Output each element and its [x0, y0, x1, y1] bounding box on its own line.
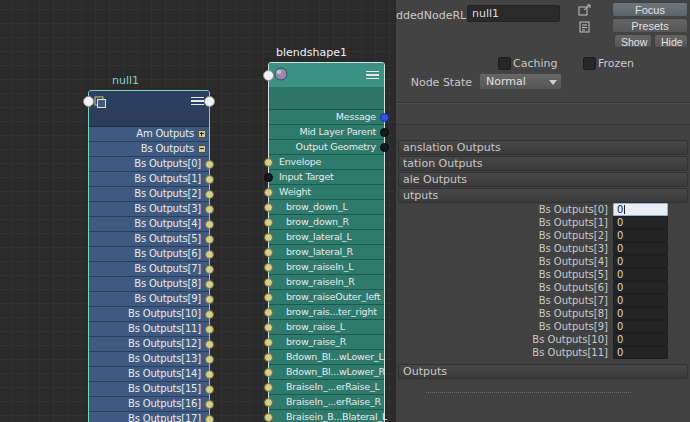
- socket-khaki[interactable]: [264, 308, 273, 317]
- attr-row-bs-outputs-15-[interactable]: Bs Outputs[15]: [89, 382, 209, 397]
- attr-row-message[interactable]: Message: [269, 110, 384, 125]
- attr-row-brow_rais-ter_right[interactable]: brow_rais...ter_right: [269, 305, 384, 320]
- field-input-bs-outputs-6-[interactable]: 0: [613, 281, 668, 294]
- node-null1[interactable]: null1 Am OutputsBs OutputsBs Outputs[0]B…: [88, 90, 210, 422]
- field-input-bs-outputs-2-[interactable]: 0: [613, 229, 668, 242]
- socket-khaki[interactable]: [264, 188, 273, 197]
- socket-blue[interactable]: [380, 113, 389, 122]
- socket-dark[interactable]: [264, 173, 273, 182]
- attr-row-braisein_-erraise_l[interactable]: BraiseIn_...erRaise_L: [269, 380, 384, 395]
- socket-khaki[interactable]: [205, 325, 214, 334]
- node-socket-left[interactable]: [83, 96, 94, 107]
- attr-row-bs-outputs-5-[interactable]: Bs Outputs[5]: [89, 232, 209, 247]
- node-blendshape1[interactable]: blendshape1 MessageMid Layer ParentOutpu…: [268, 62, 385, 422]
- section-header-tation-outputs[interactable]: tation Outputs: [398, 156, 688, 171]
- field-input-bs-outputs-0-[interactable]: 0: [613, 203, 668, 216]
- socket-dark[interactable]: [380, 128, 389, 137]
- attr-row-brow_down_r[interactable]: brow_down_R: [269, 215, 384, 230]
- focus-button[interactable]: Focus: [612, 2, 688, 17]
- attr-row-bs-outputs-11-[interactable]: Bs Outputs[11]: [89, 322, 209, 337]
- socket-khaki[interactable]: [264, 338, 273, 347]
- attr-row-bs-outputs-7-[interactable]: Bs Outputs[7]: [89, 262, 209, 277]
- socket-khaki[interactable]: [205, 205, 214, 214]
- node-editor-canvas[interactable]: null1 Am OutputsBs OutputsBs Outputs[0]B…: [0, 0, 396, 422]
- socket-khaki[interactable]: [264, 413, 273, 422]
- socket-khaki[interactable]: [205, 190, 214, 199]
- socket-khaki[interactable]: [205, 160, 214, 169]
- section-header-outputs[interactable]: Outputs: [398, 364, 688, 379]
- attr-row-brow_down_l[interactable]: brow_down_L: [269, 200, 384, 215]
- socket-khaki[interactable]: [205, 280, 214, 289]
- show-button[interactable]: Show: [614, 34, 652, 48]
- socket-khaki[interactable]: [264, 293, 273, 302]
- field-input-bs-outputs-9-[interactable]: 0: [613, 320, 668, 333]
- attr-row-bs-outputs-1-[interactable]: Bs Outputs[1]: [89, 172, 209, 187]
- attr-row-bs-outputs-9-[interactable]: Bs Outputs[9]: [89, 292, 209, 307]
- attr-row-weight[interactable]: Weight: [269, 185, 384, 200]
- field-input-bs-outputs-1-[interactable]: 0: [613, 216, 668, 229]
- attr-row-brow_raise_l[interactable]: brow_raise_L: [269, 320, 384, 335]
- attr-row-brow_lateral_l[interactable]: brow_lateral_L: [269, 230, 384, 245]
- node-body[interactable]: MessageMid Layer ParentOutput GeometryEn…: [268, 62, 385, 422]
- attr-row-bs-outputs-6-[interactable]: Bs Outputs[6]: [89, 247, 209, 262]
- socket-khaki[interactable]: [205, 175, 214, 184]
- attr-row-bs-outputs-12-[interactable]: Bs Outputs[12]: [89, 337, 209, 352]
- socket-khaki[interactable]: [205, 220, 214, 229]
- socket-khaki[interactable]: [205, 415, 214, 422]
- socket-khaki[interactable]: [264, 383, 273, 392]
- frozen-checkbox[interactable]: [583, 57, 596, 70]
- attr-row-bs-outputs-0-[interactable]: Bs Outputs[0]: [89, 157, 209, 172]
- field-input-bs-outputs-11-[interactable]: 0: [613, 346, 668, 359]
- array-expand-minus-icon[interactable]: [198, 145, 206, 153]
- hide-button[interactable]: Hide: [654, 34, 688, 48]
- socket-khaki[interactable]: [264, 248, 273, 257]
- socket-khaki[interactable]: [205, 235, 214, 244]
- field-input-bs-outputs-10-[interactable]: 0: [613, 333, 668, 346]
- attr-row-bs-outputs-8-[interactable]: Bs Outputs[8]: [89, 277, 209, 292]
- socket-khaki[interactable]: [205, 250, 214, 259]
- bookmark-icon-button[interactable]: [577, 21, 593, 35]
- attr-row-bs-outputs-3-[interactable]: Bs Outputs[3]: [89, 202, 209, 217]
- attr-row-envelope[interactable]: Envelope: [269, 155, 384, 170]
- attr-row-bs-outputs-10-[interactable]: Bs Outputs[10]: [89, 307, 209, 322]
- section-header-anslation-outputs[interactable]: anslation Outputs: [398, 140, 688, 155]
- field-input-bs-outputs-5-[interactable]: 0: [613, 268, 668, 281]
- socket-khaki[interactable]: [205, 340, 214, 349]
- socket-khaki[interactable]: [264, 233, 273, 242]
- field-input-bs-outputs-7-[interactable]: 0: [613, 294, 668, 307]
- menu-icon[interactable]: [366, 71, 379, 80]
- socket-khaki[interactable]: [264, 278, 273, 287]
- field-input-bs-outputs-4-[interactable]: 0: [613, 255, 668, 268]
- caching-checkbox[interactable]: [498, 57, 511, 70]
- attr-row-bdown_bl-wlower_l[interactable]: Bdown_Bl...wLower_L: [269, 350, 384, 365]
- attr-row-brow_raisein_r[interactable]: brow_raiseIn_R: [269, 275, 384, 290]
- socket-khaki[interactable]: [205, 310, 214, 319]
- attr-row-bs-outputs-16-[interactable]: Bs Outputs[16]: [89, 397, 209, 412]
- socket-khaki[interactable]: [264, 368, 273, 377]
- node-state-dropdown[interactable]: Normal: [479, 73, 562, 90]
- node-socket-left[interactable]: [263, 70, 274, 81]
- socket-khaki[interactable]: [264, 398, 273, 407]
- socket-khaki[interactable]: [205, 385, 214, 394]
- attr-row-bs-outputs-17-[interactable]: Bs Outputs[17]: [89, 412, 209, 422]
- menu-icon[interactable]: [191, 97, 204, 106]
- node-name-input[interactable]: [467, 5, 560, 22]
- attr-row-bdown_bl-wlower_r[interactable]: Bdown_Bl...wLower_R: [269, 365, 384, 380]
- node-header[interactable]: [89, 91, 209, 111]
- socket-khaki[interactable]: [264, 203, 273, 212]
- attr-row-braisein_b-blateral_l[interactable]: Braisein_B...Blateral_L: [269, 410, 384, 422]
- field-input-bs-outputs-8-[interactable]: 0: [613, 307, 668, 320]
- attr-row-bs-outputs-14-[interactable]: Bs Outputs[14]: [89, 367, 209, 382]
- attr-row-am-outputs[interactable]: Am Outputs: [89, 127, 209, 142]
- socket-khaki[interactable]: [205, 355, 214, 364]
- socket-khaki[interactable]: [264, 323, 273, 332]
- node-body[interactable]: Am OutputsBs OutputsBs Outputs[0]Bs Outp…: [88, 90, 210, 422]
- attr-row-output-geometry[interactable]: Output Geometry: [269, 140, 384, 155]
- socket-khaki[interactable]: [264, 353, 273, 362]
- node-socket-right[interactable]: [204, 96, 215, 107]
- socket-khaki[interactable]: [205, 370, 214, 379]
- attr-row-mid-layer-parent[interactable]: Mid Layer Parent: [269, 125, 384, 140]
- attr-row-brow_raise_r[interactable]: brow_raise_R: [269, 335, 384, 350]
- node-header[interactable]: [269, 63, 384, 87]
- attr-row-brow_lateral_r[interactable]: brow_lateral_R: [269, 245, 384, 260]
